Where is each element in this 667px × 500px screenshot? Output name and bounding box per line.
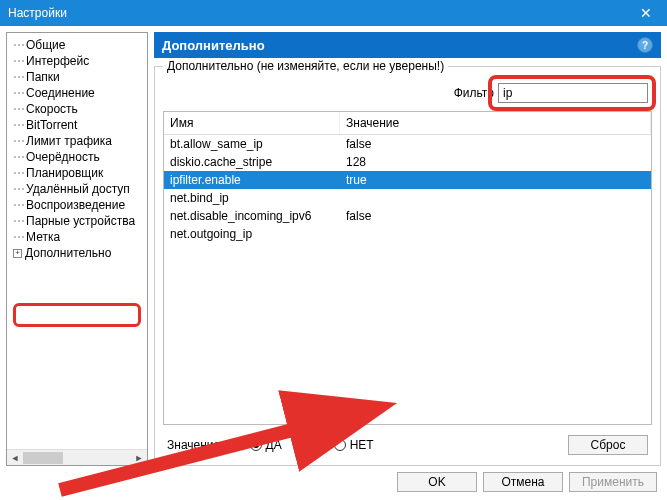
window-title: Настройки <box>8 6 625 20</box>
tree-item[interactable]: ⋯Очерёдность <box>7 149 147 165</box>
cell-value <box>340 190 651 206</box>
tree-connector-icon: ⋯ <box>13 118 24 132</box>
tree-connector-icon: ⋯ <box>13 150 24 164</box>
cell-value <box>340 226 651 242</box>
table-row[interactable]: net.bind_ip <box>164 189 651 207</box>
tree-item-label: Очерёдность <box>26 150 100 164</box>
tree-item[interactable]: ⋯Воспроизведение <box>7 197 147 213</box>
tree-item[interactable]: ⋯Парные устройства <box>7 213 147 229</box>
table-row[interactable]: net.disable_incoming_ipv6false <box>164 207 651 225</box>
dialog-body: ⋯Общие⋯Интерфейс⋯Папки⋯Соединение⋯Скорос… <box>0 26 667 466</box>
tree-item-label: Метка <box>26 230 60 244</box>
reset-button[interactable]: Сброс <box>568 435 648 455</box>
tree-item[interactable]: ⋯Общие <box>7 37 147 53</box>
radio-yes-label: ДА <box>266 438 282 452</box>
column-name[interactable]: Имя <box>164 112 340 134</box>
scroll-left-icon[interactable]: ◄ <box>7 450 23 466</box>
filter-row: Фильтр <box>163 83 648 103</box>
table-header: Имя Значение <box>164 112 651 135</box>
tree-item[interactable]: ⋯Планировщик <box>7 165 147 181</box>
tree-item[interactable]: ⋯Соединение <box>7 85 147 101</box>
cell-value: false <box>340 208 651 224</box>
tree-item[interactable]: ⋯BitTorrent <box>7 117 147 133</box>
table-row[interactable]: ipfilter.enabletrue <box>164 171 651 189</box>
apply-button[interactable]: Применить <box>569 472 657 492</box>
tree-connector-icon: ⋯ <box>13 198 24 212</box>
filter-label: Фильтр <box>454 86 494 100</box>
highlight-annotation <box>13 303 141 327</box>
tree-item-label: Интерфейс <box>26 54 89 68</box>
tree-connector-icon: ⋯ <box>13 102 24 116</box>
panel-header: Дополнительно ? <box>154 32 661 58</box>
cell-value: true <box>340 172 651 188</box>
tree-item-label: Парные устройства <box>26 214 135 228</box>
cell-name: diskio.cache_stripe <box>164 154 340 170</box>
tree-connector-icon: ⋯ <box>13 134 24 148</box>
tree-item-label: Папки <box>26 70 60 84</box>
tree-item-label: Воспроизведение <box>26 198 125 212</box>
cell-name: bt.allow_same_ip <box>164 136 340 152</box>
radio-no[interactable] <box>334 439 346 451</box>
tree-connector-icon: ⋯ <box>13 86 24 100</box>
tree-item[interactable]: ⋯Скорость <box>7 101 147 117</box>
tree-item[interactable]: ⋯Метка <box>7 229 147 245</box>
filter-input[interactable] <box>498 83 648 103</box>
table-row[interactable]: bt.allow_same_ipfalse <box>164 135 651 153</box>
tree-item[interactable]: +Дополнительно <box>7 245 147 261</box>
settings-tree: ⋯Общие⋯Интерфейс⋯Папки⋯Соединение⋯Скорос… <box>6 32 148 466</box>
dialog-footer: OK Отмена Применить <box>0 466 667 498</box>
cancel-button[interactable]: Отмена <box>483 472 563 492</box>
cell-value: 128 <box>340 154 651 170</box>
value-editor-row: Значение: ДА НЕТ Сброс <box>163 433 652 457</box>
tree-connector-icon: ⋯ <box>13 166 24 180</box>
radio-no-group[interactable]: НЕТ <box>334 438 374 452</box>
table-row[interactable]: diskio.cache_stripe128 <box>164 153 651 171</box>
scroll-right-icon[interactable]: ► <box>131 450 147 466</box>
tree-item-label: Соединение <box>26 86 95 100</box>
ok-button[interactable]: OK <box>397 472 477 492</box>
tree-item[interactable]: ⋯Папки <box>7 69 147 85</box>
tree-item-label: Удалённый доступ <box>26 182 130 196</box>
close-button[interactable]: ✕ <box>625 0 667 26</box>
tree-item-label: Планировщик <box>26 166 103 180</box>
cell-name: ipfilter.enable <box>164 172 340 188</box>
cell-name: net.bind_ip <box>164 190 340 206</box>
help-icon[interactable]: ? <box>637 37 653 53</box>
tree-connector-icon: ⋯ <box>13 230 24 244</box>
tree-connector-icon: ⋯ <box>13 54 24 68</box>
settings-table: Имя Значение bt.allow_same_ipfalsediskio… <box>163 111 652 425</box>
radio-yes[interactable] <box>250 439 262 451</box>
tree-item-label: Общие <box>26 38 65 52</box>
radio-no-label: НЕТ <box>350 438 374 452</box>
tree-connector-icon: ⋯ <box>13 70 24 84</box>
cell-name: net.outgoing_ip <box>164 226 340 242</box>
tree-connector-icon: ⋯ <box>13 182 24 196</box>
tree-item[interactable]: ⋯Лимит трафика <box>7 133 147 149</box>
radio-yes-group[interactable]: ДА <box>250 438 282 452</box>
cell-name: net.disable_incoming_ipv6 <box>164 208 340 224</box>
value-label: Значение: <box>167 438 224 452</box>
panel-title: Дополнительно <box>162 38 265 53</box>
tree-connector-icon: ⋯ <box>13 214 24 228</box>
scroll-thumb[interactable] <box>23 452 63 464</box>
tree-item-label: Лимит трафика <box>26 134 112 148</box>
titlebar: Настройки ✕ <box>0 0 667 26</box>
table-row[interactable]: net.outgoing_ip <box>164 225 651 243</box>
tree-item-label: Скорость <box>26 102 78 116</box>
expand-icon[interactable]: + <box>13 249 22 258</box>
tree-item[interactable]: ⋯Интерфейс <box>7 53 147 69</box>
tree-item-label: BitTorrent <box>26 118 77 132</box>
column-value[interactable]: Значение <box>340 112 651 134</box>
groupbox-label: Дополнительно (не изменяйте, если не уве… <box>163 59 448 73</box>
cell-value: false <box>340 136 651 152</box>
horizontal-scrollbar[interactable]: ◄ ► <box>7 449 147 465</box>
tree-item[interactable]: ⋯Удалённый доступ <box>7 181 147 197</box>
tree-item-label: Дополнительно <box>25 246 111 260</box>
close-icon: ✕ <box>640 5 652 21</box>
main-panel: Дополнительно ? Дополнительно (не изменя… <box>154 32 661 466</box>
tree-connector-icon: ⋯ <box>13 38 24 52</box>
advanced-groupbox: Дополнительно (не изменяйте, если не уве… <box>154 66 661 466</box>
